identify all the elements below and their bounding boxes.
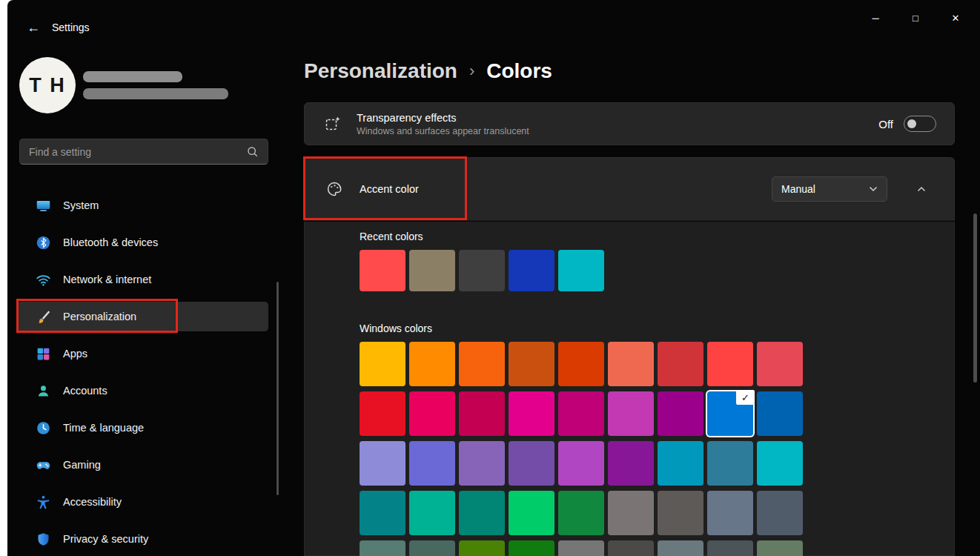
windows-color-swatch[interactable]	[509, 540, 554, 556]
windows-color-swatch[interactable]	[608, 441, 654, 486]
windows-color-swatch[interactable]	[459, 342, 505, 386]
email-placeholder-bar	[83, 88, 228, 99]
accent-color-expanded-panel: Recent colors Windows colors ✓	[304, 222, 955, 556]
windows-color-swatch[interactable]	[757, 441, 803, 486]
maximize-button[interactable]: □	[895, 3, 936, 33]
windows-color-swatch[interactable]	[360, 540, 405, 556]
avatar[interactable]: T H	[19, 57, 76, 113]
windows-color-swatch[interactable]	[459, 540, 505, 556]
search-box[interactable]	[19, 139, 268, 165]
windows-color-swatch[interactable]	[509, 342, 554, 386]
sidebar-item-bluetooth-devices[interactable]: Bluetooth & devices	[16, 228, 268, 257]
windows-color-swatch[interactable]	[509, 491, 554, 535]
sidebar-item-network-internet[interactable]: Network & internet	[16, 265, 268, 294]
game-controller-icon	[36, 457, 51, 473]
windows-color-swatch[interactable]	[707, 540, 753, 556]
main-scrollbar[interactable]	[973, 214, 977, 383]
windows-color-swatch[interactable]	[658, 491, 703, 535]
windows-color-swatch[interactable]	[360, 441, 405, 486]
windows-color-swatch[interactable]	[707, 342, 753, 386]
windows-color-swatch[interactable]	[409, 441, 455, 486]
accessibility-person-icon	[36, 494, 51, 510]
sidebar-item-label: Network & internet	[63, 274, 151, 285]
windows-color-swatch[interactable]	[459, 441, 505, 486]
sidebar-item-apps[interactable]: Apps	[16, 339, 268, 368]
search-input[interactable]	[29, 146, 246, 158]
sidebar-item-personalization[interactable]: Personalization	[16, 302, 268, 331]
minimize-button[interactable]: ─	[855, 3, 895, 33]
recent-color-swatch[interactable]	[509, 250, 554, 291]
windows-color-swatch[interactable]	[409, 491, 455, 535]
sidebar-item-label: Apps	[63, 348, 87, 360]
windows-color-swatch[interactable]	[658, 441, 703, 486]
windows-color-swatch[interactable]	[707, 441, 753, 486]
windows-color-swatch[interactable]	[459, 491, 505, 535]
windows-color-swatch[interactable]	[558, 391, 604, 436]
windows-color-swatch[interactable]	[360, 342, 405, 386]
windows-color-swatch[interactable]	[558, 491, 604, 535]
windows-color-swatch[interactable]	[608, 342, 654, 386]
sidebar-item-accessibility[interactable]: Accessibility	[16, 487, 268, 517]
windows-color-swatch[interactable]	[757, 491, 803, 535]
windows-color-swatch[interactable]	[608, 391, 654, 436]
windows-color-swatch[interactable]	[360, 491, 405, 535]
accent-color-title: Accent color	[360, 183, 419, 195]
chevron-down-icon	[869, 186, 878, 192]
app-title: Settings	[52, 21, 90, 33]
windows-color-swatch[interactable]	[558, 540, 604, 556]
windows-color-swatch[interactable]	[509, 441, 554, 486]
back-button[interactable]: ←	[21, 16, 46, 39]
windows-color-swatch[interactable]	[409, 391, 455, 436]
windows-color-swatch[interactable]	[757, 391, 803, 436]
recent-color-swatch[interactable]	[360, 250, 405, 291]
windows-colors-grid: ✓	[360, 342, 954, 556]
sidebar-nav: System Bluetooth & devices Network & int…	[16, 191, 268, 556]
accent-color-palette-icon	[325, 180, 343, 198]
sidebar-item-privacy-security[interactable]: Privacy & security	[16, 524, 268, 554]
windows-color-swatch[interactable]	[409, 540, 455, 556]
windows-color-swatch[interactable]	[608, 491, 654, 535]
transparency-text: Transparency effects Windows and surface…	[357, 112, 529, 136]
accent-section-collapse-button[interactable]	[907, 174, 936, 204]
windows-color-swatch[interactable]	[757, 342, 803, 386]
sidebar-item-accounts[interactable]: Accounts	[16, 376, 268, 406]
bluetooth-icon	[36, 235, 51, 251]
windows-color-swatch[interactable]	[757, 540, 803, 556]
windows-color-swatch[interactable]	[459, 391, 505, 436]
windows-color-swatch[interactable]	[509, 391, 554, 436]
windows-color-swatch[interactable]	[658, 540, 703, 556]
recent-color-swatch[interactable]	[459, 250, 505, 291]
toggle-knob	[907, 119, 916, 128]
page-title: Colors	[486, 59, 552, 83]
windows-color-swatch[interactable]	[558, 342, 604, 386]
breadcrumb-parent[interactable]: Personalization	[304, 59, 457, 83]
recent-color-swatch[interactable]	[558, 250, 604, 291]
close-button[interactable]: ✕	[936, 3, 976, 33]
transparency-toggle[interactable]	[904, 116, 936, 132]
selected-indicator	[16, 310, 19, 323]
windows-color-swatch[interactable]	[360, 391, 405, 436]
windows-color-swatch[interactable]	[409, 342, 455, 386]
apps-icon	[36, 346, 51, 362]
windows-color-swatch[interactable]	[558, 441, 604, 486]
windows-color-swatch[interactable]	[658, 391, 703, 436]
breadcrumb: Personalization › Colors	[304, 59, 552, 83]
windows-color-swatch[interactable]: ✓	[707, 391, 753, 436]
transparency-title: Transparency effects	[357, 112, 529, 124]
settings-window: ← Settings ─ □ ✕ T H System	[7, 0, 980, 556]
wifi-icon	[36, 272, 51, 288]
sidebar-item-system[interactable]: System	[16, 191, 268, 220]
sidebar-item-gaming[interactable]: Gaming	[16, 450, 268, 480]
accent-mode-dropdown[interactable]: Manual	[772, 176, 887, 202]
window-controls: ─ □ ✕	[855, 3, 976, 33]
sidebar-item-time-language[interactable]: Time & language	[16, 413, 268, 443]
transparency-icon	[324, 115, 342, 133]
sidebar-item-label: System	[63, 199, 99, 211]
windows-color-swatch[interactable]	[608, 540, 654, 556]
windows-color-swatch[interactable]	[707, 491, 753, 535]
sidebar-item-label: Gaming	[63, 459, 101, 471]
sidebar-item-label: Personalization	[63, 311, 136, 322]
windows-color-swatch[interactable]	[658, 342, 703, 386]
recent-color-swatch[interactable]	[409, 250, 455, 291]
sidebar-scrollbar[interactable]	[277, 282, 279, 495]
